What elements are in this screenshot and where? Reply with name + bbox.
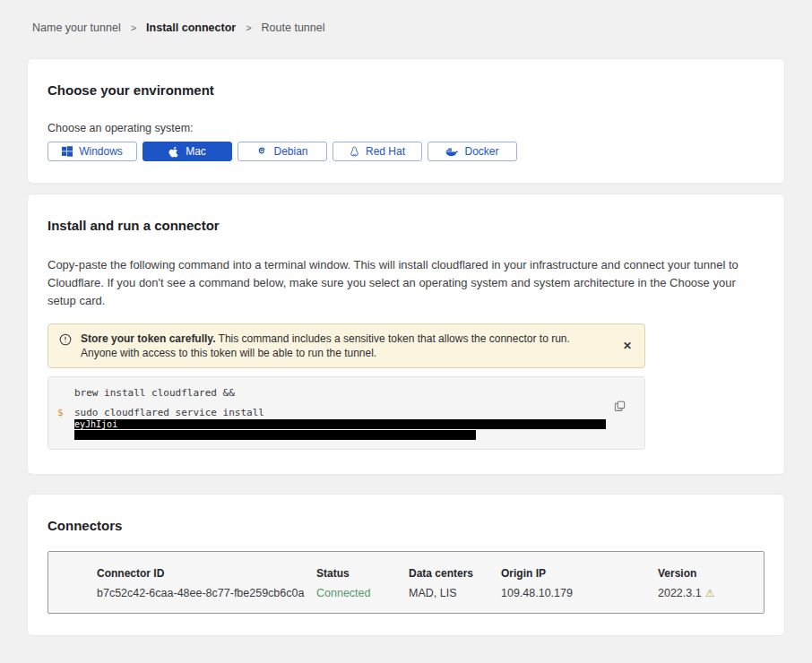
os-button-debian[interactable]: Debian	[238, 142, 327, 161]
close-icon[interactable]: ✕	[621, 340, 634, 352]
redacted-token-bar: eyJhIjoi	[74, 419, 606, 429]
copy-icon[interactable]	[614, 400, 626, 412]
os-button-label: Red Hat	[366, 145, 405, 158]
environment-card: Choose your environment Choose an operat…	[28, 59, 784, 183]
breadcrumb-step-install-connector[interactable]: Install connector	[146, 21, 236, 35]
cell-connector-id: b7c52c42-6caa-48ee-8c77-fbe259cb6c0a	[97, 587, 316, 599]
header-data-centers: Data centers	[409, 567, 501, 580]
os-button-mac[interactable]: Mac	[143, 142, 232, 161]
install-connector-card: Install and run a connector Copy-paste t…	[28, 194, 784, 474]
connectors-card: Connectors Connector ID Status Data cent…	[28, 495, 784, 635]
cell-status: Connected	[316, 587, 409, 599]
table-row: b7c52c42-6caa-48ee-8c77-fbe259cb6c0a Con…	[97, 587, 764, 599]
breadcrumb-step-route-tunnel[interactable]: Route tunnel	[262, 21, 325, 35]
version-warning-icon: ⚠	[705, 587, 715, 599]
tunnel-setup-page: Name your tunnel > Install connector > R…	[0, 0, 812, 663]
os-button-label: Mac	[186, 145, 206, 158]
shell-prompt: $	[57, 407, 64, 418]
os-button-label: Docker	[464, 145, 498, 158]
breadcrumb-separator: >	[131, 21, 136, 35]
cell-data-centers: MAD, LIS	[409, 587, 501, 599]
install-connector-description: Copy-paste the following command into a …	[48, 256, 764, 310]
token-warning-banner: Store your token carefully. This command…	[48, 323, 645, 368]
redacted-token-bar	[74, 430, 476, 440]
header-connector-id: Connector ID	[97, 567, 316, 580]
breadcrumb: Name your tunnel > Install connector > R…	[0, 0, 812, 35]
debian-icon	[256, 146, 267, 157]
connectors-table: Connector ID Status Data centers Origin …	[48, 551, 764, 614]
os-button-group: Windows Mac Debian	[48, 142, 764, 161]
alert-circle-icon	[59, 333, 72, 346]
environment-card-title: Choose your environment	[48, 82, 764, 98]
breadcrumb-step-name-your-tunnel[interactable]: Name your tunnel	[32, 21, 121, 35]
breadcrumb-separator: >	[246, 21, 251, 35]
redhat-icon	[350, 146, 359, 157]
connectors-title: Connectors	[48, 518, 764, 533]
windows-icon	[62, 146, 73, 157]
os-button-redhat[interactable]: Red Hat	[333, 142, 422, 161]
docker-icon	[445, 147, 458, 157]
header-status: Status	[316, 567, 409, 580]
token-warning-bold: Store your token carefully.	[81, 332, 216, 345]
os-button-windows[interactable]: Windows	[48, 142, 137, 161]
token-warning-text: Store your token carefully. This command…	[81, 332, 592, 360]
cell-version: 2022.3.1⚠	[658, 587, 756, 599]
code-line-brew: brew install cloudflared &&	[74, 387, 644, 399]
os-button-label: Debian	[273, 145, 307, 158]
apple-icon	[168, 146, 179, 158]
os-button-docker[interactable]: Docker	[428, 142, 517, 161]
token-prefix: eyJhIjoi	[74, 419, 117, 429]
header-version: Version	[658, 567, 756, 580]
install-command-code-block[interactable]: brew install cloudflared && $ sudo cloud…	[48, 376, 645, 450]
table-header-row: Connector ID Status Data centers Origin …	[97, 567, 764, 580]
install-connector-title: Install and run a connector	[48, 218, 764, 233]
cell-origin-ip: 109.48.10.179	[501, 587, 658, 599]
os-button-label: Windows	[79, 145, 123, 158]
os-select-label: Choose an operating system:	[48, 122, 764, 134]
code-line-sudo: sudo cloudflared service install	[74, 407, 644, 418]
header-origin-ip: Origin IP	[501, 567, 658, 580]
